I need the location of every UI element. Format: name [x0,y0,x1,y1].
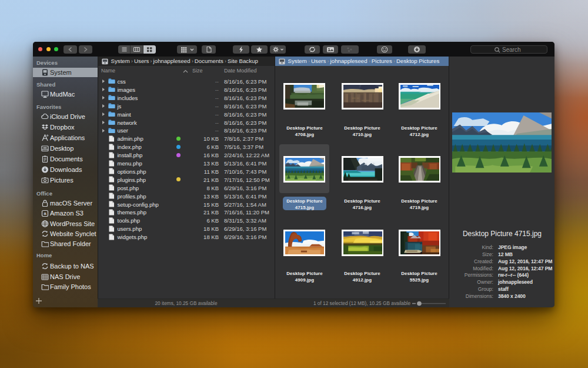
svg-text:a: a [44,211,46,216]
